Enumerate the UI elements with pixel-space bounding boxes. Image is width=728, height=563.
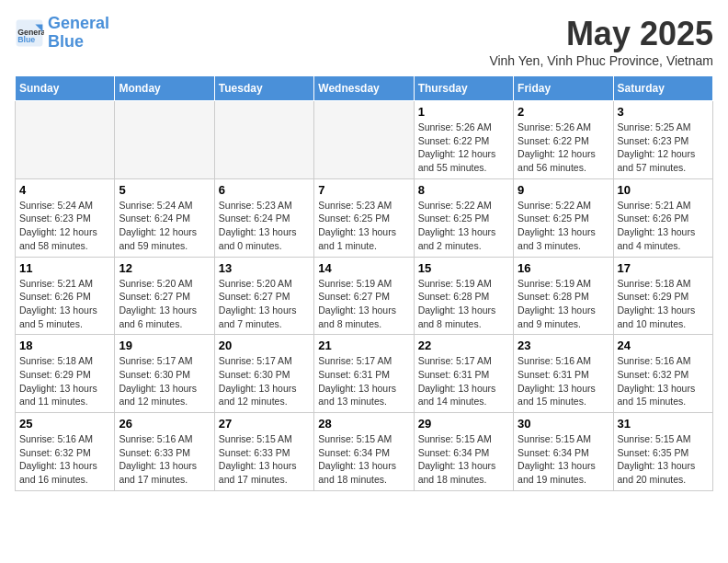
- day-number: 10: [618, 183, 709, 197]
- day-number: 27: [219, 417, 310, 431]
- day-number: 14: [318, 261, 409, 275]
- day-number: 23: [518, 339, 609, 352]
- weekday-header-tuesday: Tuesday: [214, 76, 313, 101]
- day-number: 13: [219, 261, 310, 275]
- weekday-header-friday: Friday: [514, 76, 613, 101]
- day-number: 25: [19, 417, 110, 431]
- day-info: Sunrise: 5:22 AMSunset: 6:25 PMDaylight:…: [518, 199, 609, 253]
- weekday-header-wednesday: Wednesday: [314, 76, 414, 101]
- calendar-cell: 31Sunrise: 5:15 AMSunset: 6:35 PMDayligh…: [613, 413, 712, 491]
- calendar-cell: 23Sunrise: 5:16 AMSunset: 6:31 PMDayligh…: [514, 335, 613, 413]
- day-number: 20: [219, 339, 310, 352]
- day-number: 24: [618, 339, 709, 352]
- day-number: 16: [518, 261, 609, 275]
- day-number: 9: [518, 183, 609, 197]
- calendar-cell: 6Sunrise: 5:23 AMSunset: 6:24 PMDaylight…: [214, 178, 313, 257]
- day-info: Sunrise: 5:15 AMSunset: 6:34 PMDaylight:…: [318, 432, 409, 487]
- calendar-cell: [314, 101, 414, 179]
- day-number: 3: [618, 105, 709, 119]
- day-number: 11: [19, 261, 110, 275]
- day-number: 18: [19, 339, 110, 352]
- calendar-cell: 19Sunrise: 5:17 AMSunset: 6:30 PMDayligh…: [115, 335, 214, 413]
- day-info: Sunrise: 5:16 AMSunset: 6:32 PMDaylight:…: [19, 432, 110, 487]
- day-info: Sunrise: 5:19 AMSunset: 6:28 PMDaylight:…: [418, 277, 509, 331]
- calendar-cell: [214, 101, 313, 179]
- day-info: Sunrise: 5:16 AMSunset: 6:31 PMDaylight:…: [518, 354, 609, 408]
- day-info: Sunrise: 5:18 AMSunset: 6:29 PMDaylight:…: [618, 277, 709, 331]
- day-info: Sunrise: 5:18 AMSunset: 6:29 PMDaylight:…: [19, 354, 110, 408]
- calendar-week-row: 11Sunrise: 5:21 AMSunset: 6:26 PMDayligh…: [16, 257, 713, 335]
- day-info: Sunrise: 5:22 AMSunset: 6:25 PMDaylight:…: [418, 199, 509, 253]
- day-info: Sunrise: 5:19 AMSunset: 6:27 PMDaylight:…: [318, 277, 409, 331]
- day-info: Sunrise: 5:17 AMSunset: 6:31 PMDaylight:…: [318, 354, 409, 408]
- day-info: Sunrise: 5:16 AMSunset: 6:33 PMDaylight:…: [119, 432, 210, 487]
- day-info: Sunrise: 5:25 AMSunset: 6:23 PMDaylight:…: [618, 121, 709, 175]
- page-header: General Blue GeneralBlue May 2025 Vinh Y…: [15, 15, 713, 68]
- day-number: 21: [318, 339, 409, 352]
- calendar-cell: 24Sunrise: 5:16 AMSunset: 6:32 PMDayligh…: [613, 335, 712, 413]
- day-info: Sunrise: 5:23 AMSunset: 6:24 PMDaylight:…: [219, 199, 310, 253]
- day-info: Sunrise: 5:21 AMSunset: 6:26 PMDaylight:…: [19, 277, 110, 331]
- calendar-cell: 20Sunrise: 5:17 AMSunset: 6:30 PMDayligh…: [214, 335, 313, 413]
- weekday-header-saturday: Saturday: [613, 76, 712, 101]
- calendar-cell: 2Sunrise: 5:26 AMSunset: 6:22 PMDaylight…: [514, 101, 613, 179]
- day-info: Sunrise: 5:24 AMSunset: 6:23 PMDaylight:…: [19, 199, 110, 253]
- day-number: 1: [418, 105, 509, 119]
- day-info: Sunrise: 5:21 AMSunset: 6:26 PMDaylight:…: [618, 199, 709, 253]
- day-number: 29: [418, 417, 509, 431]
- day-number: 6: [219, 183, 310, 197]
- day-number: 12: [119, 261, 210, 275]
- calendar-cell: 15Sunrise: 5:19 AMSunset: 6:28 PMDayligh…: [414, 257, 513, 335]
- calendar-cell: 18Sunrise: 5:18 AMSunset: 6:29 PMDayligh…: [16, 335, 115, 413]
- calendar-week-row: 18Sunrise: 5:18 AMSunset: 6:29 PMDayligh…: [16, 335, 713, 413]
- month-title: May 2025: [489, 15, 713, 53]
- calendar-cell: 7Sunrise: 5:23 AMSunset: 6:25 PMDaylight…: [314, 178, 414, 257]
- calendar-cell: 9Sunrise: 5:22 AMSunset: 6:25 PMDaylight…: [514, 178, 613, 257]
- calendar-cell: 4Sunrise: 5:24 AMSunset: 6:23 PMDaylight…: [16, 178, 115, 257]
- day-number: 31: [618, 417, 709, 431]
- calendar-cell: 28Sunrise: 5:15 AMSunset: 6:34 PMDayligh…: [314, 413, 414, 491]
- calendar-cell: 16Sunrise: 5:19 AMSunset: 6:28 PMDayligh…: [514, 257, 613, 335]
- weekday-header-thursday: Thursday: [414, 76, 513, 101]
- location-title: Vinh Yen, Vinh Phuc Province, Vietnam: [489, 53, 713, 68]
- calendar-cell: [16, 101, 115, 179]
- day-info: Sunrise: 5:24 AMSunset: 6:24 PMDaylight:…: [119, 199, 210, 253]
- weekday-header-row: SundayMondayTuesdayWednesdayThursdayFrid…: [16, 76, 713, 101]
- calendar-week-row: 1Sunrise: 5:26 AMSunset: 6:22 PMDaylight…: [16, 101, 713, 179]
- day-number: 8: [418, 183, 509, 197]
- day-number: 4: [19, 183, 110, 197]
- day-info: Sunrise: 5:17 AMSunset: 6:30 PMDaylight:…: [119, 354, 210, 408]
- calendar-week-row: 4Sunrise: 5:24 AMSunset: 6:23 PMDaylight…: [16, 178, 713, 257]
- day-number: 30: [518, 417, 609, 431]
- title-block: May 2025 Vinh Yen, Vinh Phuc Province, V…: [489, 15, 713, 68]
- day-info: Sunrise: 5:17 AMSunset: 6:30 PMDaylight:…: [219, 354, 310, 408]
- calendar-table: SundayMondayTuesdayWednesdayThursdayFrid…: [15, 75, 713, 491]
- day-number: 28: [318, 417, 409, 431]
- calendar-cell: 27Sunrise: 5:15 AMSunset: 6:33 PMDayligh…: [214, 413, 313, 491]
- day-number: 7: [318, 183, 409, 197]
- calendar-cell: 14Sunrise: 5:19 AMSunset: 6:27 PMDayligh…: [314, 257, 414, 335]
- calendar-cell: 22Sunrise: 5:17 AMSunset: 6:31 PMDayligh…: [414, 335, 513, 413]
- day-number: 15: [418, 261, 509, 275]
- weekday-header-monday: Monday: [115, 76, 214, 101]
- calendar-cell: 5Sunrise: 5:24 AMSunset: 6:24 PMDaylight…: [115, 178, 214, 257]
- day-info: Sunrise: 5:20 AMSunset: 6:27 PMDaylight:…: [119, 277, 210, 331]
- calendar-cell: 29Sunrise: 5:15 AMSunset: 6:34 PMDayligh…: [414, 413, 513, 491]
- day-number: 5: [119, 183, 210, 197]
- calendar-cell: 11Sunrise: 5:21 AMSunset: 6:26 PMDayligh…: [16, 257, 115, 335]
- calendar-cell: 10Sunrise: 5:21 AMSunset: 6:26 PMDayligh…: [613, 178, 712, 257]
- day-number: 19: [119, 339, 210, 352]
- day-number: 26: [119, 417, 210, 431]
- calendar-cell: 21Sunrise: 5:17 AMSunset: 6:31 PMDayligh…: [314, 335, 414, 413]
- day-info: Sunrise: 5:15 AMSunset: 6:34 PMDaylight:…: [418, 432, 509, 487]
- calendar-cell: 12Sunrise: 5:20 AMSunset: 6:27 PMDayligh…: [115, 257, 214, 335]
- day-info: Sunrise: 5:19 AMSunset: 6:28 PMDaylight:…: [518, 277, 609, 331]
- day-info: Sunrise: 5:17 AMSunset: 6:31 PMDaylight:…: [418, 354, 509, 408]
- day-number: 22: [418, 339, 509, 352]
- calendar-cell: 26Sunrise: 5:16 AMSunset: 6:33 PMDayligh…: [115, 413, 214, 491]
- calendar-cell: 30Sunrise: 5:15 AMSunset: 6:34 PMDayligh…: [514, 413, 613, 491]
- calendar-cell: 25Sunrise: 5:16 AMSunset: 6:32 PMDayligh…: [16, 413, 115, 491]
- calendar-cell: 17Sunrise: 5:18 AMSunset: 6:29 PMDayligh…: [613, 257, 712, 335]
- logo-icon: General Blue: [15, 18, 44, 48]
- logo-text: GeneralBlue: [48, 15, 109, 52]
